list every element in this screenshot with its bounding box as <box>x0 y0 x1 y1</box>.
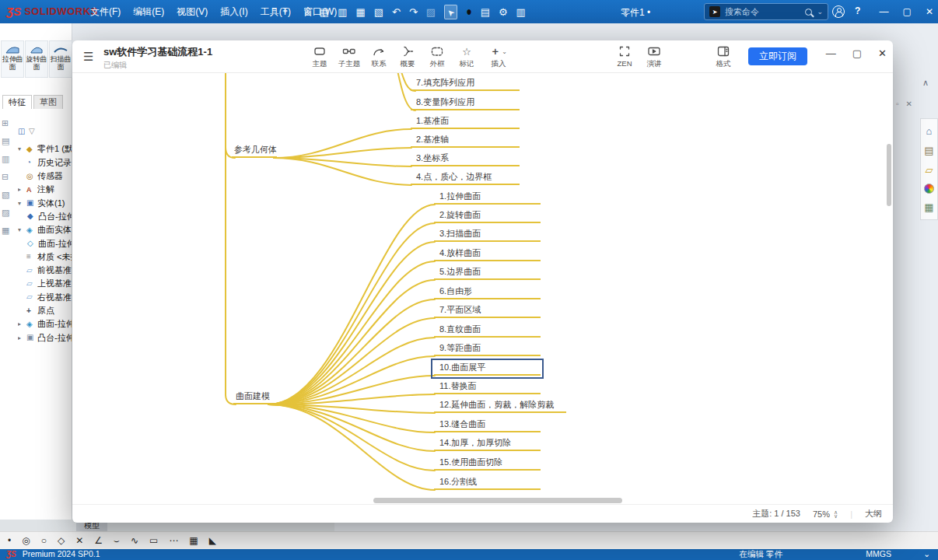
mindmap-topic[interactable]: 4.点，质心，边界框 <box>411 171 520 185</box>
menu-view[interactable]: 视图(V) <box>170 2 214 22</box>
mindmap-minimize-button[interactable]: — <box>826 47 836 59</box>
panel-icon[interactable]: ▧ <box>2 190 9 200</box>
close-panel-icon[interactable]: ✕ <box>906 100 912 108</box>
settings-gear-icon[interactable]: ⚙ <box>499 7 508 17</box>
menu-file[interactable]: 文件(F) <box>84 2 127 22</box>
panel-icon[interactable]: ⊞ <box>2 118 9 128</box>
revolve-surface-button[interactable]: 旋转曲面 <box>25 40 48 78</box>
mindmap-topic[interactable]: 7.填充阵列应用 <box>411 77 520 91</box>
mindmap-canvas[interactable]: 7.填充阵列应用 8.变量阵列应用 参考几何体 1.基准面 2.基准轴 3.坐标… <box>72 73 893 504</box>
save-icon[interactable]: ▦ <box>355 7 365 17</box>
ellipse-icon[interactable]: ○ <box>41 535 47 546</box>
appearances-icon[interactable]: ▤ <box>924 145 933 156</box>
mouse-gesture-icon[interactable]: ● <box>466 5 471 19</box>
tool-subtopic[interactable]: 子主题 <box>334 44 364 69</box>
outline-toggle[interactable]: 大纲 <box>865 508 882 520</box>
tree-row-history[interactable]: 历史记录 <box>18 156 72 170</box>
search-icon[interactable] <box>805 9 812 16</box>
spline-icon[interactable]: ∿ <box>131 535 138 546</box>
redo-icon[interactable]: ↷ <box>409 7 418 17</box>
grid-icon[interactable]: ▦ <box>189 535 198 546</box>
tool-insert[interactable]: ＋⌄ 插入 <box>481 44 516 69</box>
open-icon[interactable]: ▥ <box>338 7 347 17</box>
tree-row-surface-bodies[interactable]: ▾曲面实体(1) <box>18 223 72 236</box>
status-caret-icon[interactable]: ⌄ <box>923 549 930 558</box>
rebuild-icon[interactable]: ▨ <box>426 7 436 17</box>
mindmap-topic[interactable]: 5.边界曲面 <box>434 266 541 280</box>
mindmap-topic[interactable]: 14.加厚，加厚切除 <box>434 437 541 451</box>
zoom-control[interactable]: 75% ∧ ∨ <box>813 509 838 519</box>
filter-icon[interactable]: ▽ <box>29 128 37 135</box>
mindmap-topic[interactable]: 1.拉伸曲面 <box>434 191 541 205</box>
mindmap-topic[interactable]: 9.等距曲面 <box>434 342 541 356</box>
rectangle-icon[interactable]: ▭ <box>149 535 158 546</box>
tool-relationship[interactable]: 联系 <box>364 44 394 69</box>
sw-maximize-button[interactable]: ▢ <box>903 6 912 17</box>
tool-topic[interactable]: 主题 <box>305 44 334 69</box>
mindmap-topic[interactable]: 曲面建模 <box>233 390 271 404</box>
tool-boundary[interactable]: 外框 <box>422 44 452 69</box>
zoom-out-icon[interactable]: ∨ <box>834 514 838 518</box>
horizontal-scrollbar[interactable] <box>373 498 622 503</box>
mindmap-topic[interactable]: 3.扫描曲面 <box>434 228 541 242</box>
sheet-icon[interactable]: ▤ <box>481 7 490 17</box>
help-icon[interactable]: ? <box>855 5 860 16</box>
tree-row-part[interactable]: ▾零件1 (默认 <box>18 142 72 156</box>
select-tool-button[interactable]: ➤ <box>444 5 457 19</box>
tree-row-sensors[interactable]: 传感器 <box>18 170 72 183</box>
home-icon[interactable]: ⌂ <box>926 125 933 137</box>
dots-icon[interactable]: ⋯ <box>169 535 178 546</box>
mindmap-topic[interactable]: 16.分割线 <box>434 476 541 490</box>
tree-row-boss-extrude[interactable]: ▸凸台-拉伸1 <box>18 331 72 344</box>
search-input[interactable]: 搜索命令 <box>725 6 800 18</box>
circle-icon[interactable]: ◎ <box>22 535 30 546</box>
sweep-surface-button[interactable]: 扫描曲面 <box>49 40 72 78</box>
collapse-arrow-icon[interactable]: ∧ <box>922 78 929 88</box>
polygon-icon[interactable]: ◇ <box>58 535 65 546</box>
mindmap-topic[interactable]: 15.使用曲面切除 <box>434 457 541 471</box>
menu-insert[interactable]: 插入(I) <box>214 2 254 22</box>
triangle-icon[interactable]: ◣ <box>209 535 216 546</box>
sw-minimize-button[interactable]: — <box>880 6 889 17</box>
mindmap-maximize-button[interactable]: ▢ <box>852 47 862 59</box>
mindmap-topic[interactable]: 4.放样曲面 <box>434 247 541 261</box>
angle-icon[interactable]: ∠ <box>94 535 103 546</box>
hamburger-menu-icon[interactable]: ☰ <box>83 50 93 64</box>
search-scope-icon[interactable]: ➤ <box>709 6 720 17</box>
menu-tools[interactable]: 工具(T) <box>254 2 297 22</box>
options-icon[interactable]: ▥ <box>516 7 526 17</box>
tab-sketch[interactable]: 草图 <box>33 95 63 109</box>
tree-row-annotations[interactable]: ▸注解 <box>18 183 72 196</box>
mindmap-close-button[interactable]: ✕ <box>878 47 887 59</box>
subscribe-button[interactable]: 立即订阅 <box>748 47 807 65</box>
tree-row-top-plane[interactable]: 上视基准面 <box>18 277 72 290</box>
tree-row-solid-bodies[interactable]: ▾实体(1) <box>18 196 72 209</box>
mindmap-topic[interactable]: 1.基准面 <box>411 115 520 129</box>
mindmap-topic[interactable]: 7.平面区域 <box>434 304 541 318</box>
tab-features[interactable]: 特征 <box>2 95 32 109</box>
mindmap-topic[interactable]: 3.坐标系 <box>411 152 520 166</box>
mindmap-topic[interactable]: 12.延伸曲面，剪裁，解除剪裁 <box>434 399 566 413</box>
tree-row-boss-body[interactable]: 凸台-拉伸1 <box>18 210 72 223</box>
units-selector[interactable]: MMGS <box>866 549 891 558</box>
tool-zen-mode[interactable]: ZEN <box>610 44 639 68</box>
tool-pitch[interactable]: 演讲 <box>639 44 669 69</box>
print-icon[interactable]: ▧ <box>374 7 383 17</box>
extrude-surface-button[interactable]: 拉伸曲面 <box>1 40 24 78</box>
arc-icon[interactable]: ⌣ <box>114 535 120 546</box>
tree-display-icon[interactable]: ◫ <box>18 128 26 135</box>
command-search-box[interactable]: ➤ 搜索命令 ⌄ <box>704 3 828 20</box>
tool-marker[interactable]: ☆ 标记 <box>452 44 481 69</box>
undo-icon[interactable]: ↶ <box>392 7 401 17</box>
tree-row-surface-extrude[interactable]: ▸曲面-拉伸1 <box>18 317 72 331</box>
menu-edit[interactable]: 编辑(E) <box>127 2 170 22</box>
panel-icon[interactable]: ▦ <box>2 226 9 236</box>
dock-panel-icon[interactable]: ▫ <box>896 100 899 108</box>
mindmap-topic[interactable]: 参考几何体 <box>232 144 277 158</box>
library-icon[interactable]: ▱ <box>926 164 933 176</box>
mindmap-topic[interactable]: 2.旋转曲面 <box>434 209 541 223</box>
tree-row-surface-body[interactable]: 曲面-拉伸1 <box>18 236 72 250</box>
panel-icon[interactable]: ▤ <box>2 136 9 146</box>
mindmap-topic[interactable]: 13.缝合曲面 <box>434 418 541 432</box>
tree-row-material[interactable]: 材质 <未指定> <box>18 250 72 264</box>
